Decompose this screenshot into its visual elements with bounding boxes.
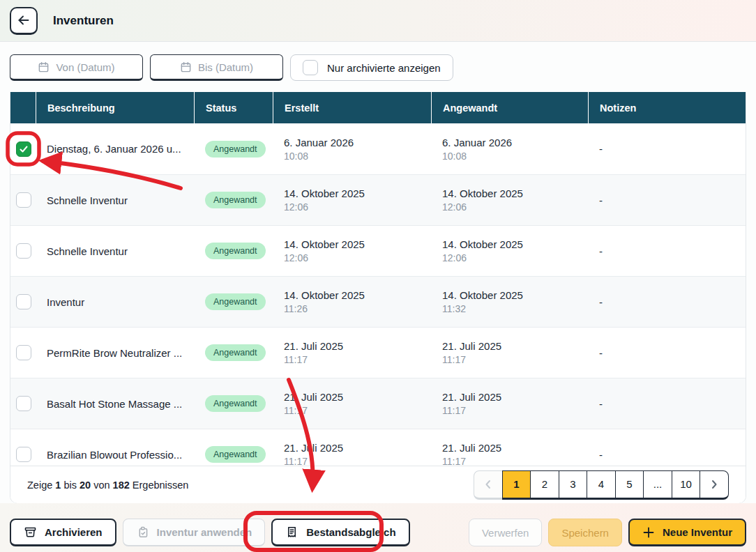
description-cell: Schnelle Inventur <box>36 245 194 257</box>
archive-button-label: Archivieren <box>45 526 103 538</box>
discard-button-label: Verwerfen <box>482 527 529 539</box>
column-header-status: Status <box>194 92 273 123</box>
select-column-header <box>10 92 36 123</box>
calendar-icon <box>38 61 50 73</box>
calendar-icon <box>180 61 192 73</box>
top-bar: Inventuren <box>0 0 756 42</box>
table-row[interactable]: Dienstag, 6. Januar 2026 u... Angewandt … <box>10 123 746 174</box>
column-header-created: Erstellt <box>273 92 431 123</box>
status-badge: Angewandt <box>205 446 266 463</box>
table-row[interactable]: Schnelle Inventur Angewandt 14. Oktober … <box>10 225 746 276</box>
applied-time: 11:32 <box>442 303 588 314</box>
applied-time: 10:08 <box>442 151 588 162</box>
applied-cell: 21. Juli 2025 11:17 <box>431 391 588 416</box>
pagination-page-1[interactable]: 1 <box>502 470 531 500</box>
table-header: Beschreibung Status Erstellt Angewandt N… <box>10 92 746 123</box>
created-time: 10:08 <box>284 151 431 162</box>
new-inventory-button-label: Neue Inventur <box>663 526 732 538</box>
status-badge: Angewandt <box>205 344 266 361</box>
description-cell: Dienstag, 6. Januar 2026 u... <box>36 143 194 155</box>
column-header-applied: Angewandt <box>431 92 588 123</box>
save-button[interactable]: Speichern <box>548 519 622 546</box>
created-time: 12:06 <box>284 201 431 213</box>
applied-date: 14. Oktober 2025 <box>442 187 588 199</box>
table-row[interactable]: Brazilian Blowout Professio... Angewandt… <box>10 429 746 466</box>
created-date: 14. Oktober 2025 <box>284 289 431 301</box>
apply-inventory-button-label: Inventur anwenden <box>157 526 252 538</box>
applied-time: 12:06 <box>442 252 588 263</box>
action-bar: Archivieren Inventur anwenden Bestandsab… <box>0 503 756 552</box>
created-date: 14. Oktober 2025 <box>284 238 431 250</box>
created-cell: 14. Oktober 2025 11:26 <box>273 289 431 314</box>
status-badge: Angewandt <box>205 192 266 208</box>
description-cell: Brazilian Blowout Professio... <box>36 449 194 461</box>
notes-cell: - <box>588 245 746 257</box>
archived-only-label: Nur archivierte anzeigen <box>327 62 441 74</box>
applied-time: 12:06 <box>442 201 588 213</box>
pagination-page-2[interactable]: 2 <box>530 470 559 500</box>
table-footer: Zeige 1 bis 20 von 182 Ergebnissen 12345… <box>10 466 746 503</box>
date-from-input[interactable]: Von (Datum) <box>10 54 143 81</box>
created-date: 21. Juli 2025 <box>284 442 431 454</box>
pagination-page-3[interactable]: 3 <box>559 470 588 500</box>
applied-time: 11:17 <box>442 354 588 365</box>
pagination-page-...[interactable]: ... <box>643 470 672 500</box>
pagination-prev-button[interactable] <box>474 470 503 500</box>
archived-only-checkbox[interactable] <box>303 60 318 75</box>
archive-box-icon <box>24 526 37 539</box>
archive-button[interactable]: Archivieren <box>10 519 116 546</box>
pagination-next-button[interactable] <box>700 470 729 500</box>
status-badge: Angewandt <box>205 243 266 259</box>
row-checkbox[interactable] <box>16 141 31 157</box>
column-header-notes: Notizen <box>588 92 746 123</box>
status-badge: Angewandt <box>205 293 266 310</box>
row-checkbox[interactable] <box>16 447 31 462</box>
table-row[interactable]: Schnelle Inventur Angewandt 14. Oktober … <box>10 174 746 225</box>
plus-icon <box>642 526 655 539</box>
created-date: 21. Juli 2025 <box>284 340 431 352</box>
created-cell: 21. Juli 2025 11:17 <box>273 340 431 365</box>
row-checkbox[interactable] <box>16 345 31 360</box>
description-cell: Schnelle Inventur <box>36 194 194 206</box>
table-row[interactable]: Basalt Hot Stone Massage ... Angewandt 2… <box>10 378 746 429</box>
clipboard-check-icon <box>136 526 149 539</box>
save-button-label: Speichern <box>561 527 609 539</box>
stock-reconciliation-button-label: Bestandsabgleich <box>306 526 395 538</box>
notes-cell: - <box>588 398 746 410</box>
pagination-page-5[interactable]: 5 <box>615 470 644 500</box>
created-time: 11:26 <box>284 303 431 314</box>
applied-cell: 6. Januar 2026 10:08 <box>431 137 588 162</box>
row-checkbox[interactable] <box>16 243 31 259</box>
status-badge: Angewandt <box>205 141 266 158</box>
date-from-placeholder: Von (Datum) <box>56 61 114 73</box>
back-button[interactable] <box>10 7 38 35</box>
row-checkbox[interactable] <box>16 192 31 208</box>
row-checkbox[interactable] <box>16 396 31 411</box>
applied-cell: 21. Juli 2025 11:17 <box>431 340 588 365</box>
pagination-page-4[interactable]: 4 <box>587 470 616 500</box>
row-checkbox[interactable] <box>16 294 31 309</box>
table-row[interactable]: Inventur Angewandt 14. Oktober 2025 11:2… <box>10 276 746 327</box>
pagination: 12345...10 <box>474 470 729 500</box>
apply-inventory-button[interactable]: Inventur anwenden <box>123 519 266 546</box>
archived-only-filter[interactable]: Nur archivierte anzeigen <box>290 54 453 81</box>
receipt-icon <box>285 526 298 539</box>
created-time: 12:06 <box>284 252 431 263</box>
filter-bar: Von (Datum) Bis (Datum) Nur archivierte … <box>10 54 453 81</box>
description-cell: Inventur <box>36 296 194 308</box>
page-title: Inventuren <box>53 14 114 28</box>
applied-cell: 14. Oktober 2025 12:06 <box>431 187 588 213</box>
discard-button[interactable]: Verwerfen <box>469 519 543 546</box>
table-row[interactable]: PermRite Brow Neutralizer ... Angewandt … <box>10 327 746 378</box>
date-to-input[interactable]: Bis (Datum) <box>150 54 283 81</box>
created-cell: 21. Juli 2025 11:17 <box>273 442 431 466</box>
applied-cell: 14. Oktober 2025 12:06 <box>431 238 588 263</box>
status-badge: Angewandt <box>205 395 266 412</box>
stock-reconciliation-button[interactable]: Bestandsabgleich <box>271 519 409 546</box>
results-summary: Zeige 1 bis 20 von 182 Ergebnissen <box>27 480 188 491</box>
chevron-left-icon <box>483 479 494 490</box>
applied-time: 11:17 <box>442 405 588 416</box>
created-time: 11:17 <box>284 456 431 466</box>
new-inventory-button[interactable]: Neue Inventur <box>628 519 746 546</box>
pagination-page-10[interactable]: 10 <box>672 470 701 500</box>
